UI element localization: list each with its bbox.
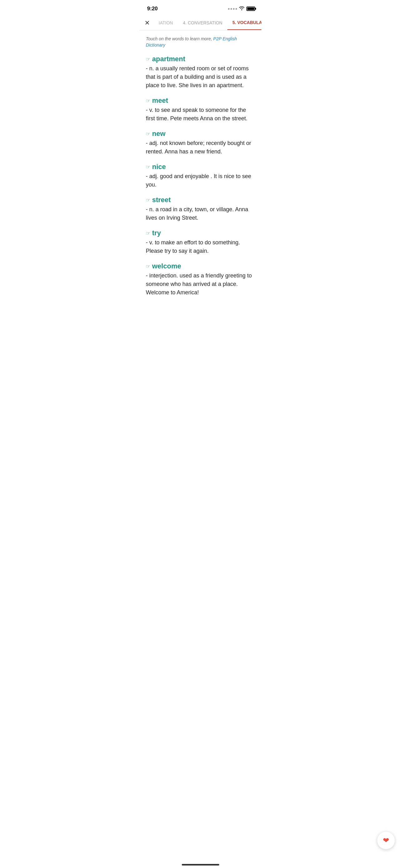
vocab-word[interactable]: ☞ nice [146, 163, 255, 171]
vocab-entry[interactable]: ☞ new - adj. not known before; recently … [146, 130, 255, 156]
vocabulary-list: ☞ apartment - n. a usually rented room o… [146, 55, 255, 297]
tab-vocabulary[interactable]: 5. VOCABULARY [227, 16, 261, 30]
status-icons [228, 6, 255, 11]
word-definition: - v. to make an effort to do something. … [146, 239, 255, 255]
vocab-entry[interactable]: ☞ street - n. a road in a city, town, or… [146, 196, 255, 222]
vocab-word[interactable]: ☞ try [146, 229, 255, 237]
word-term: meet [152, 97, 168, 105]
vocab-entry[interactable]: ☞ try - v. to make an effort to do somet… [146, 229, 255, 255]
hand-icon: ☞ [146, 197, 150, 203]
hand-icon: ☞ [146, 131, 150, 137]
word-definition: - n. a usually rented room or set of roo… [146, 64, 255, 90]
hand-icon: ☞ [146, 56, 150, 62]
hand-icon: ☞ [146, 230, 150, 236]
battery-icon [246, 6, 255, 11]
vocab-entry[interactable]: ☞ meet - v. to see and speak to someone … [146, 97, 255, 123]
word-term: street [152, 196, 171, 204]
vocab-word[interactable]: ☞ new [146, 130, 255, 138]
word-term: try [152, 229, 161, 237]
word-definition: - interjection. used as a friendly greet… [146, 272, 255, 297]
status-bar: 9:20 [140, 0, 261, 16]
word-term: welcome [152, 262, 181, 270]
word-definition: - adj. not known before; recently bought… [146, 139, 255, 156]
signal-icon [228, 8, 237, 10]
vocab-word[interactable]: ☞ apartment [146, 55, 255, 63]
word-term: new [152, 130, 166, 138]
vocab-entry[interactable]: ☞ welcome - interjection. used as a frie… [146, 262, 255, 297]
vocab-word[interactable]: ☞ street [146, 196, 255, 204]
hand-icon: ☞ [146, 164, 150, 170]
word-definition: - v. to see and speak to someone for the… [146, 106, 255, 123]
tab-navigation: ✕ IATION 4. CONVERSATION 5. VOCABULARY [140, 16, 261, 30]
word-definition: - adj. good and enjoyable . It is nice t… [146, 172, 255, 189]
hand-icon: ☞ [146, 98, 150, 104]
close-button[interactable]: ✕ [144, 19, 150, 27]
subtitle: Touch on the words to learn more, P2P En… [146, 36, 255, 48]
tab-pronunciation[interactable]: IATION [154, 16, 178, 30]
vocab-entry[interactable]: ☞ nice - adj. good and enjoyable . It is… [146, 163, 255, 189]
word-term: apartment [152, 55, 185, 63]
vocab-word[interactable]: ☞ meet [146, 97, 255, 105]
content-area: Touch on the words to learn more, P2P En… [140, 30, 261, 335]
tab-conversation[interactable]: 4. CONVERSATION [178, 16, 228, 30]
vocab-word[interactable]: ☞ welcome [146, 262, 255, 270]
wifi-icon [239, 6, 244, 11]
status-time: 9:20 [147, 6, 158, 12]
word-term: nice [152, 163, 166, 171]
vocab-entry[interactable]: ☞ apartment - n. a usually rented room o… [146, 55, 255, 90]
hand-icon: ☞ [146, 264, 150, 269]
word-definition: - n. a road in a city, town, or village.… [146, 205, 255, 222]
